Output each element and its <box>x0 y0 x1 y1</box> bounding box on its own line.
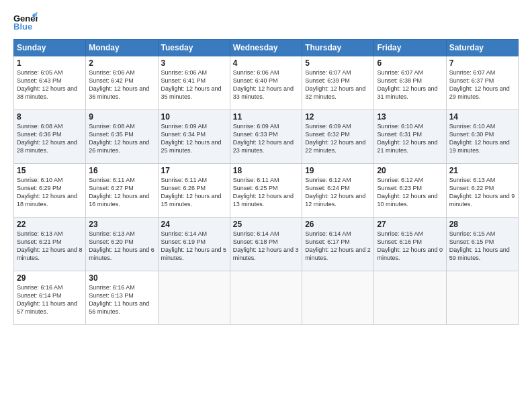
day-cell: 9Sunrise: 6:08 AMSunset: 6:35 PMDaylight… <box>86 110 158 164</box>
day-info: Sunrise: 6:08 AMSunset: 6:36 PMDaylight:… <box>17 123 77 154</box>
day-cell: 27Sunrise: 6:15 AMSunset: 6:16 PMDayligh… <box>374 218 446 271</box>
logo-icon: General Blue <box>13 12 38 32</box>
day-cell <box>158 271 230 325</box>
day-info: Sunrise: 6:15 AMSunset: 6:15 PMDaylight:… <box>449 230 510 261</box>
day-cell: 22Sunrise: 6:13 AMSunset: 6:21 PMDayligh… <box>14 218 86 271</box>
day-cell: 16Sunrise: 6:11 AMSunset: 6:27 PMDayligh… <box>86 164 158 218</box>
day-number: 29 <box>17 273 83 283</box>
day-number: 26 <box>305 220 371 229</box>
day-cell: 13Sunrise: 6:10 AMSunset: 6:31 PMDayligh… <box>374 110 446 164</box>
day-cell: 5Sunrise: 6:07 AMSunset: 6:39 PMDaylight… <box>302 56 374 110</box>
day-info: Sunrise: 6:05 AMSunset: 6:43 PMDaylight:… <box>17 69 77 100</box>
day-number: 24 <box>161 220 227 229</box>
day-cell: 25Sunrise: 6:14 AMSunset: 6:18 PMDayligh… <box>230 218 302 271</box>
day-info: Sunrise: 6:10 AMSunset: 6:30 PMDaylight:… <box>449 123 510 154</box>
day-cell: 14Sunrise: 6:10 AMSunset: 6:30 PMDayligh… <box>446 110 518 164</box>
day-info: Sunrise: 6:13 AMSunset: 6:21 PMDaylight:… <box>17 230 83 261</box>
week-row-1: 1Sunrise: 6:05 AMSunset: 6:43 PMDaylight… <box>14 56 519 110</box>
day-number: 13 <box>377 112 443 122</box>
day-number: 20 <box>377 166 443 175</box>
day-cell <box>230 271 302 325</box>
calendar-table: SundayMondayTuesdayWednesdayThursdayFrid… <box>13 39 519 325</box>
day-cell: 1Sunrise: 6:05 AMSunset: 6:43 PMDaylight… <box>14 56 86 110</box>
day-number: 12 <box>305 112 371 122</box>
day-number: 25 <box>233 220 299 229</box>
day-cell: 30Sunrise: 6:16 AMSunset: 6:13 PMDayligh… <box>86 271 158 325</box>
day-info: Sunrise: 6:13 AMSunset: 6:20 PMDaylight:… <box>89 230 154 261</box>
day-number: 18 <box>233 166 299 175</box>
day-cell <box>374 271 446 325</box>
col-header-monday: Monday <box>86 40 158 56</box>
day-number: 14 <box>449 112 515 122</box>
svg-text:Blue: Blue <box>13 21 32 32</box>
day-info: Sunrise: 6:11 AMSunset: 6:26 PMDaylight:… <box>161 177 222 208</box>
logo: General Blue <box>13 12 38 32</box>
day-number: 11 <box>233 112 299 122</box>
col-header-thursday: Thursday <box>302 40 374 56</box>
day-info: Sunrise: 6:14 AMSunset: 6:19 PMDaylight:… <box>161 230 227 261</box>
day-cell: 6Sunrise: 6:07 AMSunset: 6:38 PMDaylight… <box>374 56 446 110</box>
day-cell <box>446 271 518 325</box>
day-number: 27 <box>377 220 443 229</box>
day-number: 5 <box>305 58 371 68</box>
day-info: Sunrise: 6:08 AMSunset: 6:35 PMDaylight:… <box>89 123 149 154</box>
day-number: 4 <box>233 58 299 68</box>
day-info: Sunrise: 6:09 AMSunset: 6:33 PMDaylight:… <box>233 123 294 154</box>
day-number: 10 <box>161 112 227 122</box>
day-cell: 20Sunrise: 6:12 AMSunset: 6:23 PMDayligh… <box>374 164 446 218</box>
day-cell: 17Sunrise: 6:11 AMSunset: 6:26 PMDayligh… <box>158 164 230 218</box>
day-number: 1 <box>17 58 83 68</box>
day-info: Sunrise: 6:06 AMSunset: 6:42 PMDaylight:… <box>89 69 149 100</box>
day-cell: 7Sunrise: 6:07 AMSunset: 6:37 PMDaylight… <box>446 56 518 110</box>
week-row-3: 15Sunrise: 6:10 AMSunset: 6:29 PMDayligh… <box>14 164 519 218</box>
day-info: Sunrise: 6:11 AMSunset: 6:25 PMDaylight:… <box>233 177 294 208</box>
day-info: Sunrise: 6:14 AMSunset: 6:17 PMDaylight:… <box>305 230 371 261</box>
day-number: 22 <box>17 220 83 229</box>
day-number: 19 <box>305 166 371 175</box>
day-cell <box>302 271 374 325</box>
day-number: 6 <box>377 58 443 68</box>
day-cell: 8Sunrise: 6:08 AMSunset: 6:36 PMDaylight… <box>14 110 86 164</box>
day-cell: 26Sunrise: 6:14 AMSunset: 6:17 PMDayligh… <box>302 218 374 271</box>
day-cell: 15Sunrise: 6:10 AMSunset: 6:29 PMDayligh… <box>14 164 86 218</box>
day-number: 23 <box>89 220 154 229</box>
day-info: Sunrise: 6:09 AMSunset: 6:32 PMDaylight:… <box>305 123 365 154</box>
day-info: Sunrise: 6:09 AMSunset: 6:34 PMDaylight:… <box>161 123 222 154</box>
day-info: Sunrise: 6:12 AMSunset: 6:24 PMDaylight:… <box>305 177 365 208</box>
day-number: 17 <box>161 166 227 175</box>
day-info: Sunrise: 6:06 AMSunset: 6:40 PMDaylight:… <box>233 69 294 100</box>
day-cell: 24Sunrise: 6:14 AMSunset: 6:19 PMDayligh… <box>158 218 230 271</box>
day-info: Sunrise: 6:12 AMSunset: 6:23 PMDaylight:… <box>377 177 437 208</box>
day-info: Sunrise: 6:13 AMSunset: 6:22 PMDaylight:… <box>449 177 515 208</box>
day-number: 7 <box>449 58 515 68</box>
col-header-friday: Friday <box>374 40 446 56</box>
day-number: 15 <box>17 166 83 175</box>
col-header-tuesday: Tuesday <box>158 40 230 56</box>
col-header-sunday: Sunday <box>14 40 86 56</box>
day-info: Sunrise: 6:14 AMSunset: 6:18 PMDaylight:… <box>233 230 299 261</box>
day-info: Sunrise: 6:11 AMSunset: 6:27 PMDaylight:… <box>89 177 149 208</box>
day-cell: 3Sunrise: 6:06 AMSunset: 6:41 PMDaylight… <box>158 56 230 110</box>
day-cell: 12Sunrise: 6:09 AMSunset: 6:32 PMDayligh… <box>302 110 374 164</box>
day-cell: 28Sunrise: 6:15 AMSunset: 6:15 PMDayligh… <box>446 218 518 271</box>
day-cell: 10Sunrise: 6:09 AMSunset: 6:34 PMDayligh… <box>158 110 230 164</box>
day-info: Sunrise: 6:15 AMSunset: 6:16 PMDaylight:… <box>377 230 443 261</box>
day-number: 30 <box>89 273 154 283</box>
day-cell: 19Sunrise: 6:12 AMSunset: 6:24 PMDayligh… <box>302 164 374 218</box>
day-number: 9 <box>89 112 154 122</box>
day-number: 21 <box>449 166 515 175</box>
calendar-header-row: SundayMondayTuesdayWednesdayThursdayFrid… <box>14 40 519 56</box>
week-row-4: 22Sunrise: 6:13 AMSunset: 6:21 PMDayligh… <box>14 218 519 271</box>
day-number: 8 <box>17 112 83 122</box>
day-number: 28 <box>449 220 515 229</box>
header: General Blue <box>13 12 519 32</box>
day-info: Sunrise: 6:07 AMSunset: 6:38 PMDaylight:… <box>377 69 437 100</box>
day-info: Sunrise: 6:10 AMSunset: 6:31 PMDaylight:… <box>377 123 437 154</box>
day-info: Sunrise: 6:06 AMSunset: 6:41 PMDaylight:… <box>161 69 222 100</box>
day-info: Sunrise: 6:07 AMSunset: 6:39 PMDaylight:… <box>305 69 365 100</box>
day-info: Sunrise: 6:16 AMSunset: 6:13 PMDaylight:… <box>89 284 149 315</box>
day-info: Sunrise: 6:07 AMSunset: 6:37 PMDaylight:… <box>449 69 510 100</box>
col-header-wednesday: Wednesday <box>230 40 302 56</box>
col-header-saturday: Saturday <box>446 40 518 56</box>
day-cell: 21Sunrise: 6:13 AMSunset: 6:22 PMDayligh… <box>446 164 518 218</box>
